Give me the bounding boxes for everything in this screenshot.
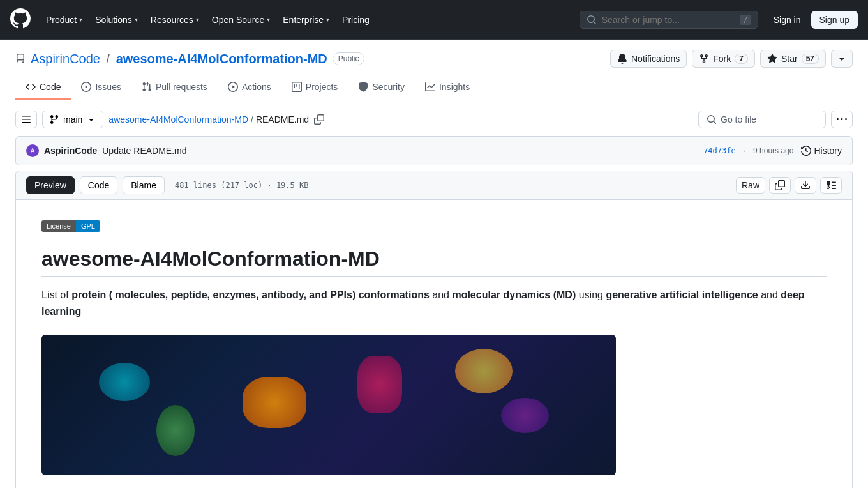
nav-resources[interactable]: Resources ▾ [146,11,204,29]
readme-description: List of protein ( molecules, peptide, en… [41,287,827,319]
security-icon [358,82,368,92]
panel-toggle-button[interactable] [15,111,37,128]
preview-tab[interactable]: Preview [26,176,75,194]
commit-row: A AspirinCode Update README.md 74d73fe ·… [15,136,853,165]
repo-actions: Notifications Fork 7 Star 57 [610,50,853,68]
nav-solutions[interactable]: Solutions ▾ [90,11,143,29]
license-badge-value: GPL [76,220,100,232]
tab-security[interactable]: Security [348,75,415,100]
history-label: History [814,146,842,156]
current-file: README.md [256,114,309,125]
history-link[interactable]: History [801,146,842,156]
raw-button[interactable]: Raw [736,177,765,194]
blame-tab[interactable]: Blame [123,176,165,194]
search-input[interactable] [602,15,735,25]
molecule-blob-5 [156,405,195,456]
github-logo[interactable] [10,8,31,31]
more-options-button[interactable] [831,50,853,68]
search-icon [587,15,597,25]
nav-product[interactable]: Product ▾ [41,11,87,29]
auth-buttons: Sign in Sign up [768,11,858,29]
breadcrumb: awesome-AI4MolConformation-MD / README.m… [108,112,693,127]
molecule-blob-4 [455,349,513,393]
commit-message: Update README.md [102,146,186,156]
code-icon [26,82,36,92]
star-button[interactable]: Star 57 [760,50,826,68]
toc-button[interactable] [820,177,842,194]
molecule-blob-2 [243,377,306,428]
chevron-down-icon [837,54,847,64]
visibility-badge: Public [333,52,365,65]
issue-icon [81,82,91,92]
nav-pricing[interactable]: Pricing [337,11,375,29]
repo-header: AspirinCode / awesome-AI4MolConformation… [0,40,868,100]
commit-timestamp: 9 hours ago [753,146,793,155]
repo-icon [15,54,26,64]
tab-code[interactable]: Code [15,75,71,100]
license-badge-label: License [41,220,76,232]
repo-owner-link[interactable]: AspirinCode [31,52,100,66]
notifications-label: Notifications [631,54,680,64]
commit-hash[interactable]: 74d73fe [703,146,736,155]
readme-image [41,335,616,475]
copy-icon [314,114,324,125]
top-nav: Product ▾ Solutions ▾ Resources ▾ Open S… [0,0,868,40]
file-actions: Raw [736,177,842,194]
notifications-button[interactable]: Notifications [610,50,687,68]
repo-title-row: AspirinCode / awesome-AI4MolConformation… [15,50,853,68]
nav-open-source[interactable]: Open Source ▾ [207,11,276,29]
more-icon [837,114,847,125]
fork-count: 7 [735,54,748,64]
insights-icon [425,82,435,92]
nav-enterprise[interactable]: Enterprise ▾ [278,11,334,29]
goto-file-bar[interactable]: Go to file [698,111,826,128]
commit-author[interactable]: AspirinCode [44,146,97,156]
sign-up-button[interactable]: Sign up [811,11,858,29]
code-tab[interactable]: Code [80,176,117,194]
file-browser: main awesome-AI4MolConformation-MD / REA… [0,100,868,488]
more-file-options-button[interactable] [831,111,853,128]
fork-label: Fork [713,54,731,64]
chevron-down-icon: ▾ [267,16,270,23]
copy-path-button[interactable] [311,112,327,127]
download-icon [800,180,811,190]
bell-icon [617,54,627,64]
file-path-bar: main awesome-AI4MolConformation-MD / REA… [15,111,853,128]
molecule-blob-3 [357,356,402,413]
molecule-blob-1 [99,363,150,401]
chevron-down-icon: ▾ [326,16,329,23]
pr-icon [142,82,152,92]
fork-icon [699,54,709,64]
search-bar[interactable]: / [580,11,758,29]
search-shortcut: / [740,15,751,25]
tab-projects[interactable]: Projects [281,75,348,100]
repo-breadcrumb-link[interactable]: awesome-AI4MolConformation-MD [108,114,248,125]
history-icon [801,146,811,156]
fork-button[interactable]: Fork 7 [692,50,755,68]
tab-insights[interactable]: Insights [415,75,480,100]
panel-icon [21,114,31,125]
copy-icon [775,180,785,190]
avatar: A [26,144,39,157]
readme-content: License GPL awesome-AI4MolConformation-M… [15,200,853,488]
actions-icon [228,82,238,92]
download-button[interactable] [795,177,816,194]
tab-pull-requests[interactable]: Pull requests [131,75,218,100]
chevron-down-icon: ▾ [196,16,199,23]
readme-title: awesome-AI4MolConformation-MD [41,247,827,277]
star-label: Star [781,54,798,64]
chevron-down-icon: ▾ [135,16,138,23]
nav-links: Product ▾ Solutions ▾ Resources ▾ Open S… [41,11,375,29]
breadcrumb: AspirinCode / awesome-AI4MolConformation… [31,52,327,66]
projects-icon [292,82,302,92]
branch-selector[interactable]: main [42,111,103,128]
sign-in-button[interactable]: Sign in [768,11,806,29]
repo-tabs: Code Issues Pull requests Actions Projec… [15,75,853,100]
branch-name: main [63,114,82,125]
repo-name-link[interactable]: awesome-AI4MolConformation-MD [116,52,327,66]
branch-icon [49,114,59,125]
tab-actions[interactable]: Actions [218,75,281,100]
chevron-down-icon: ▾ [79,16,82,23]
copy-raw-button[interactable] [769,177,791,194]
tab-issues[interactable]: Issues [71,75,131,100]
